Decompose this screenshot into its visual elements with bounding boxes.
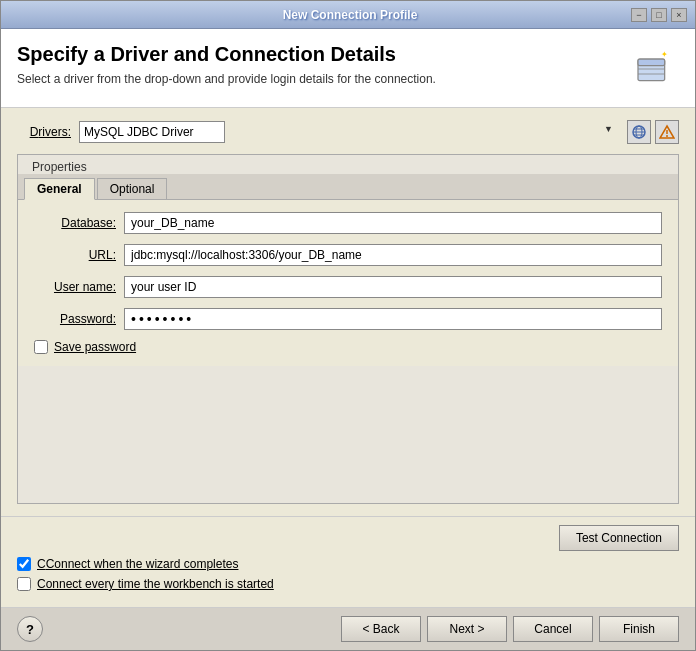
connect-wizard-label: CConnect when the wizard completes (37, 557, 238, 571)
database-icon: ✦ (633, 49, 673, 89)
tab-content-general: Database: URL: User name: (18, 200, 678, 366)
username-label-underline: U (54, 280, 63, 294)
test-connection-row: Test Connection (17, 525, 679, 551)
url-input[interactable] (124, 244, 662, 266)
connect-every-label-text: Connect every time the workbench is (37, 577, 237, 591)
form-row-password: Password: (34, 308, 662, 330)
form-row-url: URL: (34, 244, 662, 266)
footer-buttons: < Back Next > Cancel Finish (341, 616, 679, 642)
close-button[interactable]: × (671, 8, 687, 22)
save-password-label-underline: S (54, 340, 62, 354)
username-input[interactable] (124, 276, 662, 298)
connect-wizard-row: CConnect when the wizard completes (17, 557, 679, 571)
drivers-select-wrapper[interactable]: MySQL JDBC Driver PostgreSQL JDBC Driver… (79, 121, 619, 143)
tab-general-label: General (37, 182, 82, 196)
next-button[interactable]: Next > (427, 616, 507, 642)
database-label: Database: (34, 216, 124, 230)
finish-button[interactable]: Finish (599, 616, 679, 642)
save-password-label: Save password (54, 340, 136, 354)
form-row-database: Database: (34, 212, 662, 234)
svg-text:✦: ✦ (661, 49, 668, 59)
database-label-rest: atabase: (70, 216, 116, 230)
username-label: User name: (34, 280, 124, 294)
titlebar-buttons: − □ × (631, 8, 687, 22)
properties-group: Properties General Optional Database: (17, 154, 679, 504)
svg-point-12 (666, 135, 668, 137)
footer: ? < Back Next > Cancel Finish (1, 607, 695, 650)
drivers-icons (627, 120, 679, 144)
footer-left: ? (17, 616, 43, 642)
header-title: Specify a Driver and Connection Details (17, 43, 436, 66)
tab-optional[interactable]: Optional (97, 178, 168, 199)
tabs: General Optional (18, 174, 678, 200)
drivers-label: Drivers: (17, 125, 71, 139)
header-icon: ✦ (627, 43, 679, 95)
test-connection-button[interactable]: Test Connection (559, 525, 679, 551)
connect-wizard-checkbox[interactable] (17, 557, 31, 571)
tab-optional-label: Optional (110, 182, 155, 196)
checkboxes-section: CConnect when the wizard completes Conne… (17, 557, 679, 591)
warning-icon-button[interactable] (655, 120, 679, 144)
username-label-rest: ser name: (63, 280, 116, 294)
restore-button[interactable]: □ (651, 8, 667, 22)
save-password-checkbox[interactable] (34, 340, 48, 354)
password-label-underline: w (87, 312, 96, 326)
globe-icon (631, 124, 647, 140)
database-label-underline: D (61, 216, 70, 230)
window: New Connection Profile − □ × Specify a D… (0, 0, 696, 651)
connect-every-checkbox[interactable] (17, 577, 31, 591)
globe-icon-button[interactable] (627, 120, 651, 144)
save-password-row: Save password (34, 340, 662, 354)
header-subtitle: Select a driver from the drop-down and p… (17, 72, 436, 86)
tab-general[interactable]: General (24, 178, 95, 200)
content: Drivers: MySQL JDBC Driver PostgreSQL JD… (1, 108, 695, 516)
warning-icon (659, 124, 675, 140)
titlebar: New Connection Profile − □ × (1, 1, 695, 29)
password-input[interactable] (124, 308, 662, 330)
header: Specify a Driver and Connection Details … (1, 29, 695, 108)
svg-rect-1 (638, 59, 665, 66)
connect-every-label: Connect every time the workbench is star… (37, 577, 274, 591)
database-input[interactable] (124, 212, 662, 234)
drivers-label-rest: rivers: (38, 125, 71, 139)
form-row-username: User name: (34, 276, 662, 298)
drivers-dropdown[interactable]: MySQL JDBC Driver PostgreSQL JDBC Driver… (79, 121, 225, 143)
help-button[interactable]: ? (17, 616, 43, 642)
connect-wizard-label-rest: Connect when the wizard completes (46, 557, 239, 571)
connect-every-label-end: tarted (243, 577, 274, 591)
drivers-row: Drivers: MySQL JDBC Driver PostgreSQL JD… (17, 120, 679, 144)
password-label-end: ord: (95, 312, 116, 326)
connect-wizard-underline: C (37, 557, 46, 571)
properties-legend: Properties (26, 158, 93, 176)
url-label: URL: (34, 248, 124, 262)
window-title: New Connection Profile (69, 8, 631, 22)
connect-every-row: Connect every time the workbench is star… (17, 577, 679, 591)
save-password-label-rest: ave password (62, 340, 136, 354)
cancel-button[interactable]: Cancel (513, 616, 593, 642)
password-label-text: Pass (60, 312, 87, 326)
header-text: Specify a Driver and Connection Details … (17, 43, 436, 86)
password-label: Password: (34, 312, 124, 326)
bottom-area: Test Connection CConnect when the wizard… (1, 516, 695, 607)
back-button[interactable]: < Back (341, 616, 421, 642)
minimize-button[interactable]: − (631, 8, 647, 22)
url-label-text: URL: (89, 248, 116, 262)
